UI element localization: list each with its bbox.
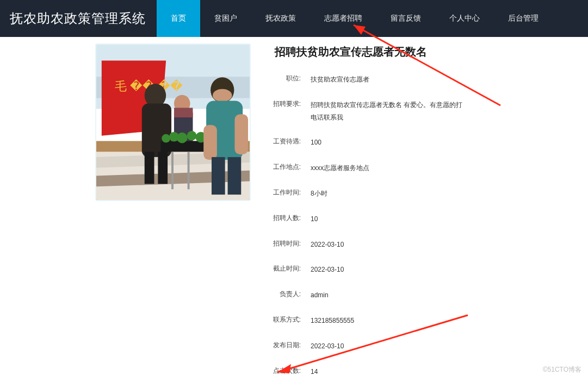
detail-label: 招聘人数: <box>267 213 301 223</box>
detail-row: 工作时间: 8小时 <box>267 187 566 200</box>
detail-value: 2022-03-10 <box>311 264 463 276</box>
detail-row: 联系方式: 132185855555 <box>267 315 566 327</box>
svg-rect-30 <box>171 152 174 189</box>
detail-label: 招聘时间: <box>267 239 301 249</box>
detail-column: 招聘扶贫助农宣传志愿者无数名 职位: 扶贫助农宣传志愿者 招聘要求: 招聘扶贫助… <box>267 43 566 382</box>
detail-label: 工作地点: <box>267 162 301 172</box>
header-bar: 抚农助农政策管理系统 首页 贫困户 抚农政策 志愿者招聘 留言反馈 个人中心 后… <box>0 0 588 37</box>
detail-value: 扶贫助农宣传志愿者 <box>311 73 463 86</box>
svg-rect-14 <box>174 108 193 117</box>
svg-rect-28 <box>212 157 225 195</box>
detail-row: 截止时间: 2022-03-10 <box>267 264 566 276</box>
nav-volunteer-recruit[interactable]: 志愿者招聘 <box>310 0 376 37</box>
detail-row: 负责人: admin <box>267 289 566 302</box>
detail-value: 132185855555 <box>311 315 463 327</box>
detail-label: 招聘要求: <box>267 99 301 109</box>
detail-value: 14 <box>311 366 463 378</box>
detail-value: 10 <box>311 213 463 226</box>
svg-point-24 <box>213 89 232 102</box>
detail-value: 8小时 <box>311 187 463 200</box>
detail-label: 发布日期: <box>267 340 301 350</box>
nav-admin[interactable]: 后台管理 <box>494 0 553 37</box>
nav-label: 首页 <box>171 14 186 23</box>
detail-title: 招聘扶贫助农宣传志愿者无数名 <box>267 45 566 59</box>
main-content: 毛 �� �� <box>0 37 588 382</box>
nav-label: 个人中心 <box>449 14 480 23</box>
image-column: 毛 �� �� <box>95 43 251 382</box>
detail-value: 招聘扶贫助农宣传志愿者无数名 有爱心。有意愿的打电话联系我 <box>311 99 463 124</box>
nav-label: 后台管理 <box>508 14 539 23</box>
detail-label: 职位: <box>267 73 301 84</box>
detail-row: 工作地点: xxxx志愿者服务地点 <box>267 162 566 174</box>
watermark-text: ©51CTO博客 <box>543 365 581 374</box>
detail-image: 毛 �� �� <box>95 43 251 201</box>
detail-label: 联系方式: <box>267 315 301 325</box>
svg-rect-11 <box>158 152 168 184</box>
detail-label: 工资待遇: <box>267 136 301 147</box>
nav-feedback[interactable]: 留言反馈 <box>376 0 435 37</box>
detail-row: 工资待遇: 100 <box>267 136 566 149</box>
svg-rect-27 <box>234 114 248 154</box>
detail-row: 点击次数: 14 <box>267 366 566 378</box>
detail-label: 工作时间: <box>267 187 301 198</box>
nav-home[interactable]: 首页 <box>157 0 200 37</box>
svg-point-19 <box>187 131 197 141</box>
nav-personal-center[interactable]: 个人中心 <box>435 0 494 37</box>
main-nav: 首页 贫困户 抚农政策 志愿者招聘 留言反馈 个人中心 后台管理 <box>157 0 553 37</box>
detail-value: xxxx志愿者服务地点 <box>311 162 463 174</box>
nav-policy[interactable]: 抚农政策 <box>251 0 310 37</box>
detail-row: 职位: 扶贫助农宣传志愿者 <box>267 73 566 86</box>
nav-label: 留言反馈 <box>391 14 421 23</box>
detail-value: admin <box>311 289 463 302</box>
detail-label: 截止时间: <box>267 264 301 274</box>
detail-row: 招聘要求: 招聘扶贫助农宣传志愿者无数名 有爱心。有意愿的打电话联系我 <box>267 99 566 124</box>
detail-label: 点击次数: <box>267 366 301 376</box>
site-title: 抚农助农政策管理系统 <box>10 10 146 27</box>
detail-value: 100 <box>311 136 463 149</box>
svg-rect-10 <box>145 152 154 184</box>
nav-label: 志愿者招聘 <box>324 14 362 23</box>
svg-rect-31 <box>188 152 190 189</box>
detail-label: 负责人: <box>267 289 301 299</box>
nav-label: 贫困户 <box>214 14 237 23</box>
svg-point-16 <box>162 134 170 143</box>
nav-label: 抚农政策 <box>265 14 296 23</box>
detail-row: 招聘人数: 10 <box>267 213 566 226</box>
nav-poor-household[interactable]: 贫困户 <box>200 0 251 37</box>
svg-rect-29 <box>228 157 242 195</box>
svg-rect-26 <box>203 125 217 160</box>
detail-row: 招聘时间: 2022-03-10 <box>267 239 566 251</box>
detail-value: 2022-03-10 <box>311 340 463 353</box>
detail-value: 2022-03-10 <box>311 239 463 251</box>
detail-row: 发布日期: 2022-03-10 <box>267 340 566 353</box>
svg-point-18 <box>177 133 188 143</box>
